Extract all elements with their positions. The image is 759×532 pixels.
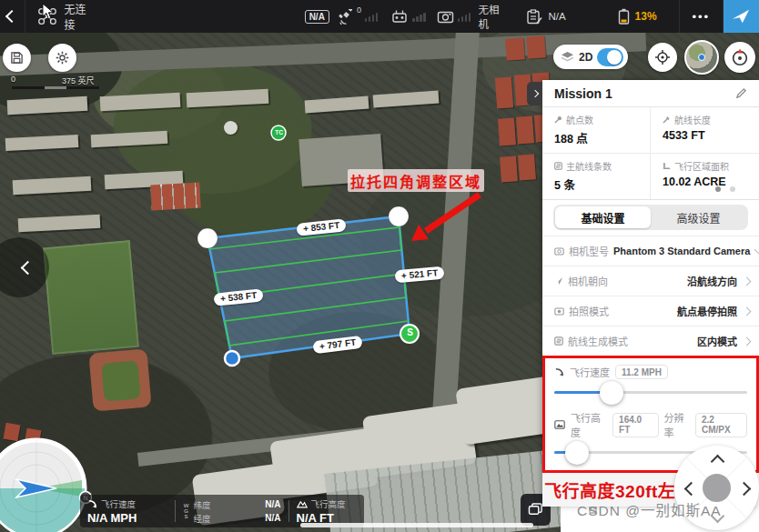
serpentine-icon: [554, 162, 562, 170]
camera-icon: [554, 247, 564, 256]
stat-route-length: 航线长度 4533 FT: [651, 107, 759, 154]
home-indicator: [300, 523, 533, 527]
resolution-value: 2.2 CM/PX: [695, 413, 747, 437]
checklist-status: N/A: [548, 11, 565, 22]
satellite-icon: [338, 9, 355, 25]
locate-button[interactable]: [648, 43, 677, 72]
telemetry-speed: 飞行速度 N/A MPH: [80, 497, 175, 525]
telemetry-lng-value: N/A: [265, 513, 280, 523]
tab-advanced-settings[interactable]: 高级设置: [651, 206, 746, 228]
satellite-signal-bars: [365, 12, 379, 22]
map-marker-label: TC: [272, 129, 286, 136]
map-mode-label: 2D: [579, 51, 592, 64]
chevron-right-icon: [531, 90, 538, 97]
waypoint-icon: [554, 115, 562, 124]
mission-stats: 航点数 188 点 航线长度 4533 FT 主航线条数 5 条 飞行区域面积 …: [542, 107, 759, 200]
area-ruler-icon: [663, 162, 671, 170]
dpad-center-button[interactable]: [703, 474, 731, 502]
camera-signal-bars: [458, 12, 471, 22]
gps-mode-badge: N/A: [305, 10, 329, 24]
row-camera-heading[interactable]: 相机朝向 沿航线方向: [542, 266, 759, 296]
settings-tabs: 基础设置 高级设置: [542, 200, 759, 236]
mission-header: Mission 1: [542, 80, 759, 107]
dpad-right-button[interactable]: [737, 482, 752, 497]
checklist-icon: [526, 9, 542, 25]
speed-value-field[interactable]: 11.2 MPH: [615, 365, 668, 379]
satellite-count: 0: [357, 5, 361, 15]
battery-percentage: 13%: [635, 10, 657, 23]
mission-title: Mission 1: [554, 86, 612, 101]
airplane-icon: [731, 7, 751, 25]
takeoff-button[interactable]: [724, 0, 759, 33]
compass-icon: [730, 47, 750, 67]
compass-button[interactable]: [724, 42, 755, 73]
altitude-slider-thumb[interactable]: [565, 441, 589, 465]
chevron-left-icon: [20, 260, 35, 275]
rc-signal-bars: [412, 12, 426, 22]
altitude-setting: 飞行高度 164.0 FT 分辨率 2.2 CM/PX: [545, 407, 756, 439]
connection-status: 无连接: [64, 1, 89, 32]
telemetry-altitude: 飞行高度 N/A FT: [289, 497, 353, 525]
stats-page-dots[interactable]: [715, 186, 735, 192]
stat-waypoints: 航点数 188 点: [542, 107, 651, 154]
map-mode-toggle[interactable]: [597, 48, 623, 66]
chevron-right-icon: [743, 306, 752, 316]
row-camera-model[interactable]: 相机型号 Phantom 3 Standard Camera: [542, 236, 759, 266]
layers-copy-icon: [528, 503, 543, 517]
gear-icon: [55, 50, 70, 65]
stat-mainlines: 主航线条数 5 条: [542, 154, 651, 199]
app-root: S TC + 853 FT + 521 FT + 538 FT + 797 FT…: [0, 0, 759, 532]
edit-mission-button[interactable]: [735, 87, 747, 99]
row-photo-mode[interactable]: 拍照模式 航点悬停拍照: [542, 296, 759, 326]
speed-icon: [87, 499, 97, 509]
locate-target-icon: [654, 49, 671, 65]
speed-icon: [554, 367, 564, 377]
save-mission-button[interactable]: [3, 44, 31, 72]
tab-basic-settings[interactable]: 基础设置: [555, 206, 651, 228]
chevron-right-icon: [743, 336, 752, 346]
dpad-left-button[interactable]: [684, 482, 699, 497]
stat-area: 飞行区域面积 10.02 ACRE: [651, 154, 759, 199]
back-button[interactable]: [0, 12, 25, 21]
save-icon: [10, 51, 24, 65]
map-mode-pill[interactable]: 2D: [553, 45, 628, 69]
speed-slider[interactable]: [554, 381, 747, 405]
more-options-button[interactable]: •••: [679, 10, 723, 24]
chevron-right-icon: [754, 248, 759, 254]
chevron-right-icon: [743, 276, 752, 286]
map-settings-button[interactable]: [48, 44, 76, 72]
start-point-label[interactable]: S: [404, 327, 416, 337]
row-route-mode[interactable]: 航线生成模式 区内模式: [542, 326, 759, 356]
remote-controller-icon: [390, 9, 409, 24]
map-scale-bar: 0 375 英尺: [7, 75, 107, 91]
speed-setting: 飞行速度 11.2 MPH: [545, 362, 756, 379]
layers-icon: [561, 51, 574, 63]
back-chevron-icon: [5, 10, 18, 23]
telemetry-speed-value: N/A MPH: [87, 511, 167, 525]
altitude-image-icon: [554, 420, 565, 429]
altitude-icon: [297, 499, 308, 508]
telemetry-gps: WGS 纬度N/A 经度N/A: [176, 498, 288, 525]
minimap-position-dot: [698, 54, 705, 61]
pencil-icon: [735, 87, 747, 99]
photo-mode-icon: [554, 307, 564, 316]
panel-collapse-tab[interactable]: [527, 82, 542, 105]
mouse-cursor: [42, 3, 55, 21]
annotation-text: 拉托四角调整区域: [348, 169, 484, 192]
route-mode-icon: [554, 336, 563, 346]
minimap-button[interactable]: [684, 40, 719, 75]
mission-panel: Mission 1 航点数 188 点 航线长度 4533 FT 主航线条数 5…: [542, 80, 759, 507]
battery-icon: [617, 8, 631, 25]
telemetry-lat-value: N/A: [265, 499, 280, 509]
camera-status: 无相机: [478, 2, 502, 31]
dpad-up-button[interactable]: [711, 455, 725, 469]
watermark: CSDN @一别如斯AA: [577, 499, 722, 519]
speed-slider-thumb[interactable]: [600, 381, 623, 405]
camera-icon: [437, 10, 454, 24]
altitude-value-field[interactable]: 164.0 FT: [612, 413, 658, 437]
route-length-icon: [663, 115, 671, 124]
heading-icon: [554, 276, 563, 286]
wgs-label: WGS: [183, 503, 189, 519]
top-status-bar: 无连接 N/A 0 无相机: [0, 0, 759, 33]
